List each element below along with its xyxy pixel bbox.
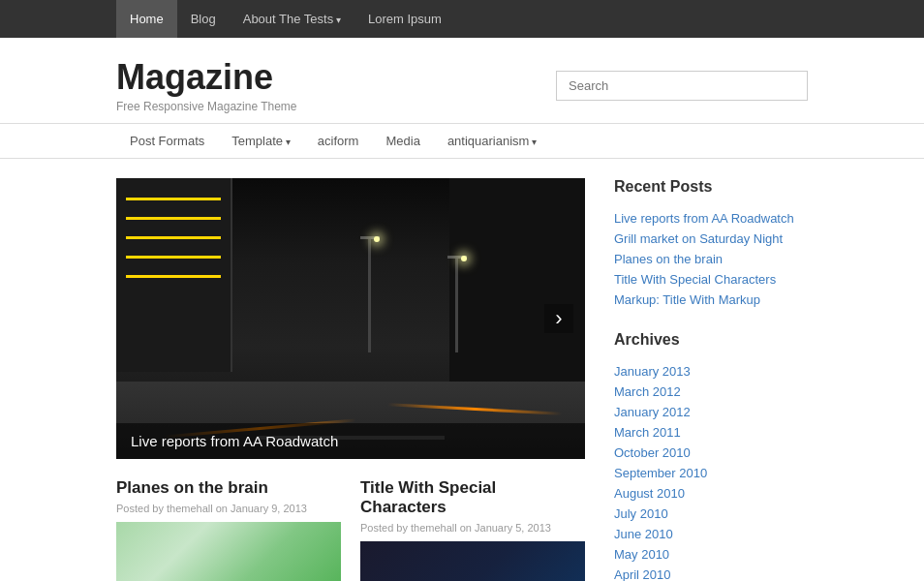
recent-posts-section: Recent Posts Live reports from AA Roadwa… xyxy=(614,178,808,307)
nav-home[interactable]: Home xyxy=(116,0,177,38)
recent-posts-title: Recent Posts xyxy=(614,178,808,200)
nav-blog[interactable]: Blog xyxy=(177,0,230,38)
slider-scene xyxy=(116,178,585,459)
list-item: March 2012 xyxy=(614,383,808,399)
building-left xyxy=(116,178,232,372)
content-area: Live reports from AA Roadwatch › Planes … xyxy=(116,178,585,581)
recent-posts-list: Live reports from AA Roadwatch Grill mar… xyxy=(614,210,808,307)
list-item: October 2010 xyxy=(614,444,808,460)
nav-aciform[interactable]: aciform xyxy=(304,124,373,158)
search-input[interactable] xyxy=(556,71,808,101)
list-item: January 2012 xyxy=(614,404,808,419)
list-item: March 2011 xyxy=(614,424,808,440)
nav-template[interactable]: Template xyxy=(218,124,304,158)
archives-title: Archives xyxy=(614,331,808,353)
search-box xyxy=(556,71,808,101)
list-item: January 2013 xyxy=(614,363,808,379)
archive-link-7[interactable]: August 2010 xyxy=(614,486,685,501)
list-item: Grill market on Saturday Night xyxy=(614,230,808,246)
list-item: June 2010 xyxy=(614,526,808,541)
article-meta-2: Posted by themehall on January 5, 2013 xyxy=(360,522,585,534)
article-item-1: Planes on the brain Posted by themehall … xyxy=(116,478,341,581)
articles-grid: Planes on the brain Posted by themehall … xyxy=(116,478,585,581)
list-item: September 2010 xyxy=(614,465,808,480)
archives-list: January 2013 March 2012 January 2012 Mar… xyxy=(614,363,808,581)
list-item: August 2010 xyxy=(614,485,808,501)
nav-media[interactable]: Media xyxy=(372,124,433,158)
archive-link-10[interactable]: May 2010 xyxy=(614,547,669,562)
article-meta-1: Posted by themehall on January 9, 2013 xyxy=(116,503,341,514)
nav-lorem[interactable]: Lorem Ipsum xyxy=(354,0,455,38)
list-item: Markup: Title With Markup xyxy=(614,291,808,307)
recent-post-link-4[interactable]: Title With Special Characters xyxy=(614,272,776,287)
recent-post-link-5[interactable]: Markup: Title With Markup xyxy=(614,292,760,307)
site-header: Magazine Free Responsive Magazine Theme xyxy=(0,38,924,123)
list-item: July 2010 xyxy=(614,505,808,521)
archive-link-6[interactable]: September 2010 xyxy=(614,466,707,480)
archive-link-4[interactable]: March 2011 xyxy=(614,425,681,440)
archive-link-9[interactable]: June 2010 xyxy=(614,527,673,541)
recent-post-link-3[interactable]: Planes on the brain xyxy=(614,252,723,266)
secondary-nav: Post Formats Template aciform Media anti… xyxy=(0,123,924,159)
list-item: Title With Special Characters xyxy=(614,271,808,287)
article-title-2[interactable]: Title With Special Characters xyxy=(360,478,585,517)
recent-post-link-1[interactable]: Live reports from AA Roadwatch xyxy=(614,211,794,226)
article-title-1[interactable]: Planes on the brain xyxy=(116,478,341,498)
sidebar: Recent Posts Live reports from AA Roadwa… xyxy=(614,178,808,581)
nav-about[interactable]: About The Tests xyxy=(230,0,354,38)
site-subtitle: Free Responsive Magazine Theme xyxy=(116,100,297,113)
list-item: Live reports from AA Roadwatch xyxy=(614,210,808,226)
archive-link-8[interactable]: July 2010 xyxy=(614,506,668,521)
archives-section: Archives January 2013 March 2012 January… xyxy=(614,331,808,581)
archive-link-1[interactable]: January 2013 xyxy=(614,364,691,379)
street-light-2 xyxy=(455,256,458,352)
main-wrapper: Live reports from AA Roadwatch › Planes … xyxy=(0,159,924,581)
article-thumb-2 xyxy=(360,541,585,581)
article-thumb-1 xyxy=(116,522,341,581)
slider-caption: Live reports from AA Roadwatch xyxy=(116,423,585,459)
list-item: April 2010 xyxy=(614,566,808,581)
list-item: May 2010 xyxy=(614,546,808,562)
slider-next-arrow[interactable]: › xyxy=(544,304,573,333)
archive-link-5[interactable]: October 2010 xyxy=(614,445,691,460)
street-light-1 xyxy=(368,236,371,352)
top-nav: Home Blog About The Tests Lorem Ipsum xyxy=(0,0,924,38)
image-slider: Live reports from AA Roadwatch › xyxy=(116,178,585,459)
recent-post-link-2[interactable]: Grill market on Saturday Night xyxy=(614,231,783,246)
nav-post-formats[interactable]: Post Formats xyxy=(116,124,218,158)
site-branding: Magazine Free Responsive Magazine Theme xyxy=(116,57,297,113)
site-title: Magazine xyxy=(116,57,297,98)
archive-link-3[interactable]: January 2012 xyxy=(614,405,691,419)
article-item-2: Title With Special Characters Posted by … xyxy=(360,478,585,581)
list-item: Planes on the brain xyxy=(614,251,808,266)
archive-link-2[interactable]: March 2012 xyxy=(614,384,681,399)
nav-antiquarianism[interactable]: antiquarianism xyxy=(434,124,550,158)
archive-link-11[interactable]: April 2010 xyxy=(614,567,671,581)
